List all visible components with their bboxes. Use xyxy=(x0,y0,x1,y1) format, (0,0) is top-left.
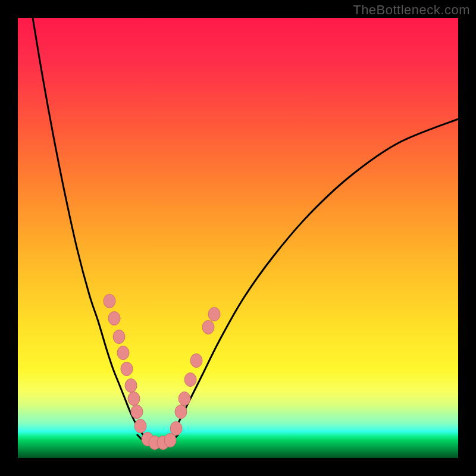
chart-svg xyxy=(18,18,458,458)
marker-right xyxy=(202,321,214,334)
curve-group xyxy=(33,18,458,444)
marker-right xyxy=(175,405,187,419)
marker-left xyxy=(108,312,120,325)
marker-right xyxy=(170,422,182,436)
marker-right xyxy=(208,308,220,321)
curve-left-curve xyxy=(33,18,149,440)
marker-right xyxy=(184,373,196,387)
marker-left xyxy=(121,362,133,376)
marker-left xyxy=(113,330,125,344)
marker-right xyxy=(178,392,190,406)
marker-left xyxy=(117,346,129,360)
marker-left xyxy=(134,419,146,433)
marker-left xyxy=(125,379,137,393)
marker-left xyxy=(128,392,140,406)
curve-right-curve xyxy=(167,119,458,440)
marker-right xyxy=(190,354,202,368)
chart-gradient-area xyxy=(18,18,458,458)
marker-left xyxy=(104,295,115,308)
watermark-text: TheBottleneck.com xyxy=(353,2,470,18)
marker-group xyxy=(104,295,220,450)
marker-bottom xyxy=(164,434,176,447)
marker-left xyxy=(131,405,143,419)
